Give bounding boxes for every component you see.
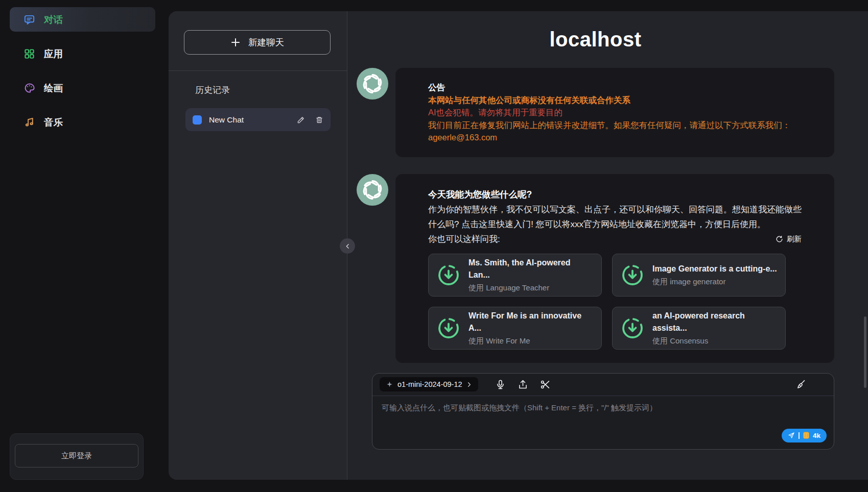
- model-selector[interactable]: o1-mini-2024-09-12: [380, 377, 478, 391]
- refresh-icon: [776, 235, 783, 243]
- apps-grid-icon: [24, 48, 35, 60]
- openai-logo-icon: [361, 72, 384, 95]
- openai-logo-icon: [361, 178, 384, 202]
- delete-trash-icon[interactable]: [315, 116, 323, 124]
- sidebar-item-chat[interactable]: 对话: [10, 7, 155, 32]
- token-count: 4k: [813, 432, 820, 439]
- page-title: localhost: [357, 28, 834, 51]
- announcement-email[interactable]: ageerle@163.com: [428, 131, 802, 144]
- send-plane-icon: [788, 432, 795, 439]
- new-chat-label: 新建聊天: [248, 36, 284, 48]
- suggestion-card[interactable]: an AI-powered research assista... 使用 Con…: [612, 307, 786, 350]
- edit-pencil-icon[interactable]: [297, 116, 305, 124]
- chat-item-title: New Chat: [209, 115, 290, 125]
- history-header: 历史记录: [195, 84, 347, 96]
- sidebar-item-music[interactable]: 音乐: [10, 110, 155, 134]
- card-subtitle: 使用 image generator: [652, 277, 777, 287]
- sidebar-item-label: 绘画: [44, 82, 63, 94]
- send-button[interactable]: 4k: [782, 429, 827, 442]
- sidebar-item-label: 音乐: [44, 116, 63, 129]
- suggestion-card[interactable]: Image Generator is a cutting-e... 使用 ima…: [612, 254, 786, 297]
- message-input[interactable]: [372, 396, 834, 432]
- refresh-label: 刷新: [787, 234, 802, 244]
- login-card: 立即登录: [10, 433, 144, 480]
- palette-icon: [24, 82, 35, 94]
- card-title: Ms. Smith, the AI-powered Lan...: [468, 257, 593, 280]
- chat-list-item[interactable]: New Chat: [185, 108, 331, 131]
- plus-icon: [230, 37, 241, 47]
- suggestion-cards: Ms. Smith, the AI-powered Lan... 使用 Lang…: [428, 254, 802, 350]
- chat-bubble-icon: [24, 14, 35, 26]
- download-circle-icon: [621, 263, 644, 287]
- microphone-icon[interactable]: [495, 379, 506, 390]
- announcement-line: 我们目前正在修复我们网站上的错误并改进细节。如果您有任何疑问，请通过以下方式联系…: [428, 119, 802, 132]
- music-note-icon: [24, 116, 35, 128]
- greeting-bubble: 今天我能为您做些什么呢? 作为你的智慧伙伴，我不仅可以写文案、出点子，还可以和你…: [395, 174, 834, 363]
- sparkle-icon: [386, 381, 393, 388]
- card-subtitle: 使用 Write For Me: [468, 336, 593, 346]
- chat-list-panel: 新建聊天 历史记录 New Chat: [169, 11, 347, 480]
- composer-body: 4k: [372, 396, 834, 449]
- download-circle-icon: [437, 263, 460, 287]
- card-title: Image Generator is a cutting-e...: [652, 263, 777, 275]
- scrollbar-thumb[interactable]: [864, 316, 866, 388]
- download-circle-icon: [621, 316, 644, 340]
- announcement-bubble: 公告 本网站与任何其他公司或商标没有任何关联或合作关系 AI也会犯错。请勿将其用…: [395, 68, 834, 157]
- greeting-hint: 你也可以这样问我:: [428, 232, 776, 247]
- greeting-heading: 今天我能为您做些什么呢?: [428, 187, 802, 202]
- chevron-left-icon: [344, 243, 351, 250]
- announcement-line: AI也会犯错。请勿将其用于重要目的: [428, 106, 802, 119]
- card-subtitle: 使用 Language Teacher: [468, 283, 593, 293]
- card-title: an AI-powered research assista...: [652, 310, 777, 333]
- composer-toolbar: o1-mini-2024-09-12: [372, 374, 834, 396]
- sidebar-collapse-button[interactable]: [340, 238, 355, 254]
- chat-item-color-icon: [193, 115, 202, 125]
- sidebar-item-paint[interactable]: 绘画: [10, 76, 155, 100]
- sidebar-nav: 对话 应用 绘画: [0, 0, 169, 134]
- upload-icon[interactable]: [518, 379, 528, 390]
- assistant-avatar: [357, 68, 388, 100]
- assistant-avatar: [357, 174, 388, 206]
- new-chat-button[interactable]: 新建聊天: [184, 30, 331, 55]
- model-name: o1-mini-2024-09-12: [397, 380, 462, 388]
- message-greeting: 今天我能为您做些什么呢? 作为你的智慧伙伴，我不仅可以写文案、出点子，还可以和你…: [357, 174, 834, 363]
- card-title: Write For Me is an innovative A...: [468, 310, 593, 333]
- announcement-line: 本网站与任何其他公司或商标没有任何关联或合作关系: [428, 94, 802, 107]
- login-button[interactable]: 立即登录: [15, 444, 138, 468]
- suggestion-card[interactable]: Write For Me is an innovative A... 使用 Wr…: [428, 307, 602, 350]
- token-coin-icon: [803, 432, 809, 439]
- chat-list-divider: [169, 70, 347, 71]
- badge-divider: [799, 432, 800, 439]
- announcement-heading: 公告: [428, 81, 802, 94]
- clear-broom-icon[interactable]: [795, 379, 806, 390]
- refresh-button[interactable]: 刷新: [776, 234, 802, 244]
- card-subtitle: 使用 Consensus: [652, 336, 777, 346]
- download-circle-icon: [437, 316, 460, 340]
- suggestion-card[interactable]: Ms. Smith, the AI-powered Lan... 使用 Lang…: [428, 254, 602, 297]
- hint-row: 你也可以这样问我: 刷新: [428, 232, 802, 247]
- sidebar: 对话 应用 绘画: [0, 0, 169, 492]
- chat-main: localhost 公告 本网站与任何其他公司或商标没有任何关联或合作关系 AI…: [347, 11, 868, 480]
- chevron-right-icon: [466, 382, 472, 387]
- composer: o1-mini-2024-09-12: [372, 373, 834, 450]
- greeting-body: 作为你的智慧伙伴，我不仅可以写文案、出点子，还可以和你聊天、回答问题。想知道我还…: [428, 202, 802, 232]
- message-announcement: 公告 本网站与任何其他公司或商标没有任何关联或合作关系 AI也会犯错。请勿将其用…: [357, 68, 834, 157]
- sidebar-item-label: 对话: [44, 13, 63, 26]
- sidebar-item-apps[interactable]: 应用: [10, 41, 155, 66]
- scissors-icon[interactable]: [540, 379, 551, 390]
- sidebar-item-label: 应用: [44, 47, 63, 60]
- workspace: 新建聊天 历史记录 New Chat localhost: [169, 11, 868, 480]
